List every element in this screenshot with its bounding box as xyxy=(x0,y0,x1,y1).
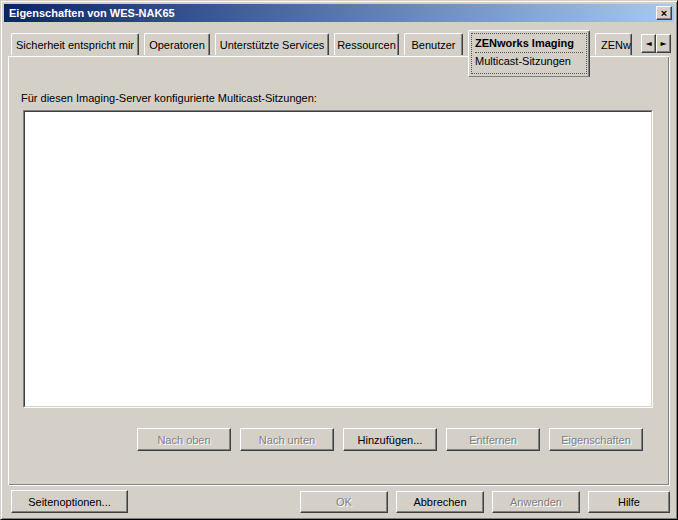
window-title: Eigenschaften von WES-NAK65 xyxy=(9,7,175,19)
tab-label: Unterstützte Services xyxy=(220,39,325,51)
hinzufuegen-button[interactable]: Hinzufügen... xyxy=(343,428,437,451)
tab-focus-rect: ZENworks Imaging Multicast-Sitzungen xyxy=(471,33,587,74)
tab-ressourcen[interactable]: Ressourcen xyxy=(334,33,399,55)
tab-panel: Für diesen Imaging-Server konfigurierte … xyxy=(8,56,669,485)
tab-zenworks-imaging-multicast[interactable]: ZENworks Imaging Multicast-Sitzungen xyxy=(468,30,590,77)
title-bar[interactable]: Eigenschaften von WES-NAK65 × xyxy=(4,4,674,22)
listbox-border xyxy=(23,110,653,408)
ok-button: OK xyxy=(300,491,388,513)
nach-oben-button: Nach oben xyxy=(137,428,231,451)
multicast-list-label: Für diesen Imaging-Server konfigurierte … xyxy=(21,92,317,104)
tab-scroll-buttons: ◄ ► xyxy=(641,34,671,53)
close-icon: × xyxy=(661,8,667,19)
list-action-buttons: Nach oben Nach unten Hinzufügen... Entfe… xyxy=(137,428,643,451)
multicast-sessions-listbox[interactable] xyxy=(24,111,652,407)
nach-unten-button: Nach unten xyxy=(240,428,334,451)
arrow-right-icon: ► xyxy=(660,40,666,48)
dialog-buttons: OK Abbrechen Anwenden Hilfe xyxy=(300,491,670,513)
dialog-window: Eigenschaften von WES-NAK65 × Sicherheit… xyxy=(0,0,678,520)
tab-strip: Sicherheit entspricht mir Operatoren Unt… xyxy=(11,30,632,78)
tab-scroll-right-button[interactable]: ► xyxy=(656,34,671,53)
tab-label: Benutzer xyxy=(411,39,455,51)
tab-label: ZENwo xyxy=(601,39,632,51)
tab-label: ZENworks Imaging xyxy=(475,37,583,53)
tab-label: Operatoren xyxy=(149,39,205,51)
arrow-left-icon: ◄ xyxy=(645,40,651,48)
seitenoptionen-button[interactable]: Seitenoptionen... xyxy=(11,490,128,513)
close-button[interactable]: × xyxy=(656,6,672,20)
tab-scroll-left-button[interactable]: ◄ xyxy=(641,34,656,53)
tab-zenworks-truncated[interactable]: ZENwo xyxy=(595,33,632,55)
eigenschaften-button: Eigenschaften xyxy=(549,428,643,451)
tab-benutzer[interactable]: Benutzer xyxy=(404,33,463,55)
tab-label: Ressourcen xyxy=(337,39,396,51)
tab-unterstuetzte-services[interactable]: Unterstützte Services xyxy=(215,33,329,55)
tab-label: Sicherheit entspricht mir xyxy=(16,39,134,51)
anwenden-button: Anwenden xyxy=(492,491,580,513)
tab-sublabel: Multicast-Sitzungen xyxy=(475,55,583,67)
abbrechen-button[interactable]: Abbrechen xyxy=(396,491,484,513)
tab-sicherheit-entspricht-mir[interactable]: Sicherheit entspricht mir xyxy=(11,33,139,55)
entfernen-button: Entfernen xyxy=(446,428,540,451)
tab-operatoren[interactable]: Operatoren xyxy=(144,33,210,55)
hilfe-button[interactable]: Hilfe xyxy=(588,491,670,513)
